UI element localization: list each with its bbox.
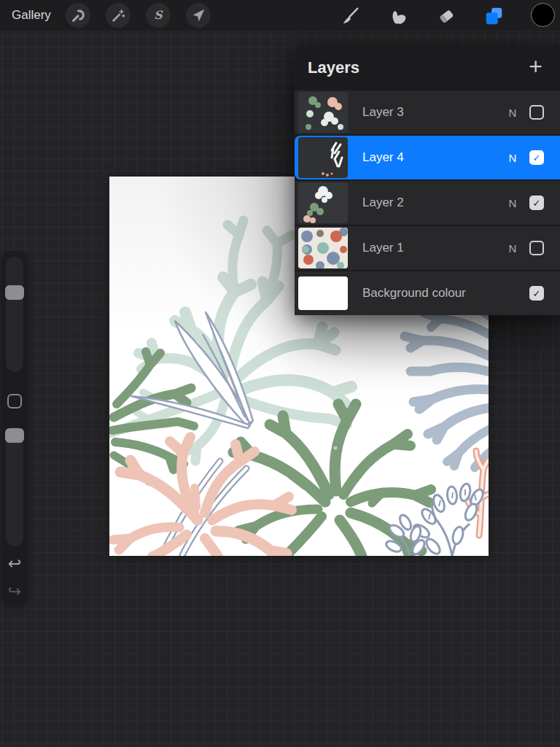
layer-name: Layer 2 (362, 196, 505, 210)
color-swatch-circle[interactable] (531, 3, 555, 27)
undo-button[interactable]: ↩ (1, 556, 28, 572)
opacity-slider-handle[interactable] (5, 428, 24, 443)
visibility-checkbox[interactable]: ✓ (529, 150, 544, 165)
stray-dot (334, 446, 338, 450)
svg-text:S: S (154, 8, 163, 22)
top-toolbar: Gallery S (0, 0, 560, 31)
layers-panel: Layers + Layer 3 N ✓ (295, 45, 560, 315)
brush-size-slider-handle[interactable] (5, 285, 24, 300)
blend-mode-badge[interactable]: N (505, 197, 521, 209)
layer-name: Layer 1 (362, 241, 505, 255)
layers-button[interactable] (482, 4, 505, 28)
visibility-checkbox[interactable]: ✓ (529, 286, 544, 301)
layer-list: Layer 3 N ✓ Layer 4 N ✓ (295, 90, 560, 315)
layer-name: Layer 3 (362, 105, 505, 120)
wrench-icon (70, 7, 86, 23)
blend-mode-badge[interactable]: N (505, 152, 521, 164)
coral-slate (405, 294, 489, 468)
erase-button[interactable] (435, 4, 458, 28)
layers-panel-title: Layers (308, 45, 359, 90)
layer-3-thumb-art (298, 92, 348, 133)
layer-thumbnail[interactable] (298, 92, 348, 133)
redo-button[interactable]: ↪ (1, 584, 28, 600)
smudge-button[interactable] (386, 4, 410, 28)
brush-size-slider[interactable] (5, 256, 24, 373)
magic-wand-icon (110, 7, 126, 23)
layer-thumbnail[interactable] (298, 228, 348, 268)
modify-button[interactable] (7, 394, 22, 409)
layer-row-layer-3[interactable]: Layer 3 N ✓ (295, 90, 560, 134)
layer-thumbnail[interactable] (298, 182, 348, 223)
layer-2-thumb-art (298, 182, 348, 223)
layers-icon (483, 5, 505, 27)
visibility-checkbox[interactable]: ✓ (529, 241, 544, 255)
layer-4-thumb-art (298, 137, 348, 178)
selection-s-icon: S (150, 7, 166, 23)
adjustments-button[interactable] (106, 3, 131, 28)
selection-button[interactable]: S (146, 3, 171, 28)
layer-row-layer-1[interactable]: Layer 1 N ✓ (295, 226, 560, 270)
screen: Gallery S (0, 0, 560, 747)
visibility-checkbox[interactable]: ✓ (529, 196, 544, 210)
layer-thumbnail[interactable] (298, 137, 348, 178)
layer-row-background-colour[interactable]: Background colour ✓ (295, 271, 560, 315)
layers-panel-header: Layers + (295, 45, 560, 90)
checkmark-icon: ✓ (533, 198, 541, 208)
layer-row-layer-2[interactable]: Layer 2 N ✓ (295, 181, 560, 225)
paintbrush-icon (339, 5, 361, 27)
opacity-slider[interactable] (5, 426, 24, 547)
transform-button[interactable] (186, 3, 211, 28)
actions-button[interactable] (66, 3, 90, 28)
eraser-icon (435, 5, 457, 27)
transform-arrow-icon (190, 7, 206, 23)
checkmark-icon: ✓ (533, 289, 541, 298)
blend-mode-badge[interactable]: N (505, 242, 521, 255)
layer-name: Background colour (362, 286, 505, 301)
paint-button[interactable] (338, 4, 362, 28)
layer-name: Layer 4 (362, 150, 505, 165)
layer-row-layer-4[interactable]: Layer 4 N ✓ (295, 136, 560, 179)
smudge-finger-icon (387, 5, 409, 27)
side-toolbar: ↩ ↪ (1, 251, 28, 605)
blend-mode-badge[interactable]: N (505, 107, 521, 119)
checkmark-icon: ✓ (533, 153, 541, 163)
background-colour-thumbnail[interactable] (298, 276, 348, 310)
add-layer-button[interactable]: + (529, 45, 542, 90)
gallery-button[interactable]: Gallery (12, 0, 51, 31)
visibility-checkbox[interactable]: ✓ (529, 105, 544, 120)
layer-1-thumb-art (298, 228, 348, 268)
